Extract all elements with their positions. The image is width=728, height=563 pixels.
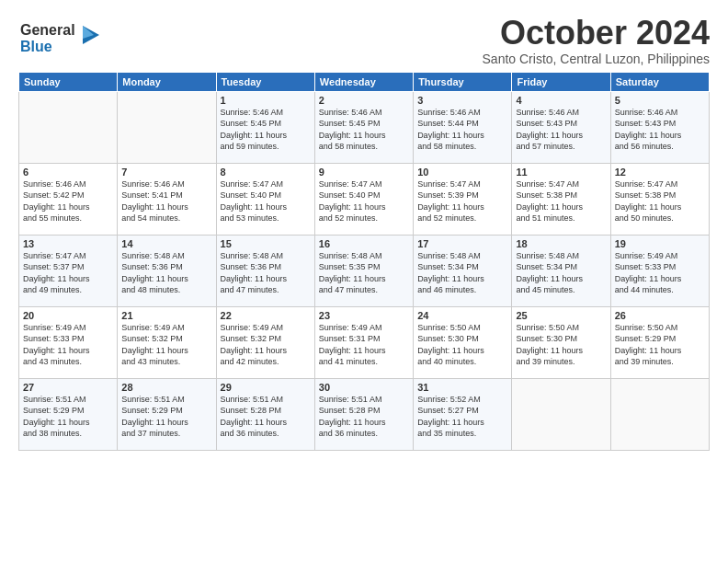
day-info: Sunrise: 5:49 AMSunset: 5:33 PMDaylight:…	[23, 322, 113, 368]
day-number: 16	[319, 238, 409, 249]
svg-text:General: General	[20, 22, 75, 38]
calendar-cell: 18Sunrise: 5:48 AMSunset: 5:34 PMDayligh…	[512, 235, 610, 306]
day-number: 24	[417, 310, 507, 321]
day-number: 1	[221, 95, 311, 106]
calendar-cell: 6Sunrise: 5:46 AMSunset: 5:42 PMDaylight…	[19, 163, 118, 235]
day-info: Sunrise: 5:47 AMSunset: 5:37 PMDaylight:…	[23, 250, 113, 296]
calendar-cell: 7Sunrise: 5:46 AMSunset: 5:41 PMDaylight…	[118, 163, 216, 235]
calendar-cell: 17Sunrise: 5:48 AMSunset: 5:34 PMDayligh…	[414, 235, 512, 306]
calendar-cell: 22Sunrise: 5:49 AMSunset: 5:32 PMDayligh…	[216, 306, 314, 378]
day-number: 31	[417, 382, 507, 393]
day-info: Sunrise: 5:46 AMSunset: 5:45 PMDaylight:…	[221, 107, 311, 153]
day-number: 20	[23, 310, 113, 321]
col-header-wednesday: Wednesday	[314, 72, 413, 91]
day-number: 18	[516, 238, 606, 249]
day-info: Sunrise: 5:46 AMSunset: 5:43 PMDaylight:…	[615, 107, 705, 153]
day-info: Sunrise: 5:48 AMSunset: 5:34 PMDaylight:…	[417, 250, 507, 296]
day-info: Sunrise: 5:50 AMSunset: 5:30 PMDaylight:…	[516, 322, 606, 368]
day-info: Sunrise: 5:47 AMSunset: 5:38 PMDaylight:…	[615, 178, 705, 224]
calendar-cell: 30Sunrise: 5:51 AMSunset: 5:28 PMDayligh…	[314, 378, 413, 450]
calendar-cell: 21Sunrise: 5:49 AMSunset: 5:32 PMDayligh…	[118, 306, 216, 378]
calendar-cell: 23Sunrise: 5:49 AMSunset: 5:31 PMDayligh…	[314, 306, 413, 378]
calendar-cell: 4Sunrise: 5:46 AMSunset: 5:43 PMDaylight…	[512, 91, 610, 163]
calendar-cell: 13Sunrise: 5:47 AMSunset: 5:37 PMDayligh…	[19, 235, 118, 306]
day-number: 29	[221, 382, 311, 393]
calendar-cell: 14Sunrise: 5:48 AMSunset: 5:36 PMDayligh…	[118, 235, 216, 306]
day-info: Sunrise: 5:47 AMSunset: 5:39 PMDaylight:…	[417, 178, 507, 224]
calendar-cell: 29Sunrise: 5:51 AMSunset: 5:28 PMDayligh…	[216, 378, 314, 450]
day-info: Sunrise: 5:46 AMSunset: 5:41 PMDaylight:…	[121, 178, 211, 224]
col-header-sunday: Sunday	[19, 72, 118, 91]
day-number: 6	[23, 167, 113, 178]
calendar-table: SundayMondayTuesdayWednesdayThursdayFrid…	[18, 72, 710, 451]
day-info: Sunrise: 5:48 AMSunset: 5:34 PMDaylight:…	[516, 250, 606, 296]
day-info: Sunrise: 5:51 AMSunset: 5:29 PMDaylight:…	[121, 394, 211, 440]
day-info: Sunrise: 5:47 AMSunset: 5:40 PMDaylight:…	[319, 178, 409, 224]
col-header-tuesday: Tuesday	[216, 72, 314, 91]
day-info: Sunrise: 5:46 AMSunset: 5:44 PMDaylight:…	[417, 107, 507, 153]
title-block: October 2024 Santo Cristo, Central Luzon…	[483, 15, 710, 66]
day-number: 21	[121, 310, 211, 321]
calendar-cell	[512, 378, 610, 450]
day-number: 28	[121, 382, 211, 393]
col-header-saturday: Saturday	[610, 72, 709, 91]
day-info: Sunrise: 5:48 AMSunset: 5:36 PMDaylight:…	[121, 250, 211, 296]
day-number: 10	[417, 167, 507, 178]
day-number: 7	[121, 167, 211, 178]
day-info: Sunrise: 5:51 AMSunset: 5:28 PMDaylight:…	[319, 394, 409, 440]
day-info: Sunrise: 5:46 AMSunset: 5:45 PMDaylight:…	[319, 107, 409, 153]
month-title: October 2024	[483, 15, 710, 52]
day-number: 19	[615, 238, 705, 249]
day-number: 17	[417, 238, 507, 249]
day-number: 2	[319, 95, 409, 106]
calendar-cell: 31Sunrise: 5:52 AMSunset: 5:27 PMDayligh…	[414, 378, 512, 450]
col-header-monday: Monday	[118, 72, 216, 91]
day-info: Sunrise: 5:48 AMSunset: 5:35 PMDaylight:…	[319, 250, 409, 296]
day-info: Sunrise: 5:47 AMSunset: 5:40 PMDaylight:…	[221, 178, 311, 224]
col-header-thursday: Thursday	[414, 72, 512, 91]
calendar-cell: 26Sunrise: 5:50 AMSunset: 5:29 PMDayligh…	[610, 306, 709, 378]
calendar-cell: 15Sunrise: 5:48 AMSunset: 5:36 PMDayligh…	[216, 235, 314, 306]
calendar-cell: 12Sunrise: 5:47 AMSunset: 5:38 PMDayligh…	[610, 163, 709, 235]
day-number: 30	[319, 382, 409, 393]
calendar-cell: 28Sunrise: 5:51 AMSunset: 5:29 PMDayligh…	[118, 378, 216, 450]
day-info: Sunrise: 5:48 AMSunset: 5:36 PMDaylight:…	[221, 250, 311, 296]
day-info: Sunrise: 5:49 AMSunset: 5:33 PMDaylight:…	[615, 250, 705, 296]
day-number: 23	[319, 310, 409, 321]
day-info: Sunrise: 5:52 AMSunset: 5:27 PMDaylight:…	[417, 394, 507, 440]
day-info: Sunrise: 5:50 AMSunset: 5:30 PMDaylight:…	[417, 322, 507, 368]
calendar-cell: 24Sunrise: 5:50 AMSunset: 5:30 PMDayligh…	[414, 306, 512, 378]
day-number: 9	[319, 167, 409, 178]
day-number: 3	[417, 95, 507, 106]
day-number: 22	[221, 310, 311, 321]
location-subtitle: Santo Cristo, Central Luzon, Philippines	[483, 52, 710, 66]
day-info: Sunrise: 5:49 AMSunset: 5:32 PMDaylight:…	[221, 322, 311, 368]
day-number: 26	[615, 310, 705, 321]
calendar-cell: 2Sunrise: 5:46 AMSunset: 5:45 PMDaylight…	[314, 91, 413, 163]
calendar-cell	[19, 91, 118, 163]
svg-text:Blue: Blue	[20, 39, 52, 54]
day-number: 11	[516, 167, 606, 178]
calendar-cell: 11Sunrise: 5:47 AMSunset: 5:38 PMDayligh…	[512, 163, 610, 235]
day-info: Sunrise: 5:51 AMSunset: 5:29 PMDaylight:…	[23, 394, 113, 440]
calendar-cell: 16Sunrise: 5:48 AMSunset: 5:35 PMDayligh…	[314, 235, 413, 306]
calendar-cell	[118, 91, 216, 163]
col-header-friday: Friday	[512, 72, 610, 91]
day-number: 5	[615, 95, 705, 106]
day-number: 12	[615, 167, 705, 178]
day-info: Sunrise: 5:46 AMSunset: 5:43 PMDaylight:…	[516, 107, 606, 153]
day-info: Sunrise: 5:49 AMSunset: 5:31 PMDaylight:…	[319, 322, 409, 368]
day-number: 14	[121, 238, 211, 249]
calendar-cell: 8Sunrise: 5:47 AMSunset: 5:40 PMDaylight…	[216, 163, 314, 235]
day-number: 15	[221, 238, 311, 249]
logo: General Blue	[18, 18, 101, 59]
calendar-cell: 20Sunrise: 5:49 AMSunset: 5:33 PMDayligh…	[19, 306, 118, 378]
day-number: 8	[221, 167, 311, 178]
day-info: Sunrise: 5:46 AMSunset: 5:42 PMDaylight:…	[23, 178, 113, 224]
calendar-cell: 5Sunrise: 5:46 AMSunset: 5:43 PMDaylight…	[610, 91, 709, 163]
day-number: 13	[23, 238, 113, 249]
day-info: Sunrise: 5:49 AMSunset: 5:32 PMDaylight:…	[121, 322, 211, 368]
calendar-cell: 9Sunrise: 5:47 AMSunset: 5:40 PMDaylight…	[314, 163, 413, 235]
calendar-cell: 1Sunrise: 5:46 AMSunset: 5:45 PMDaylight…	[216, 91, 314, 163]
day-info: Sunrise: 5:50 AMSunset: 5:29 PMDaylight:…	[615, 322, 705, 368]
